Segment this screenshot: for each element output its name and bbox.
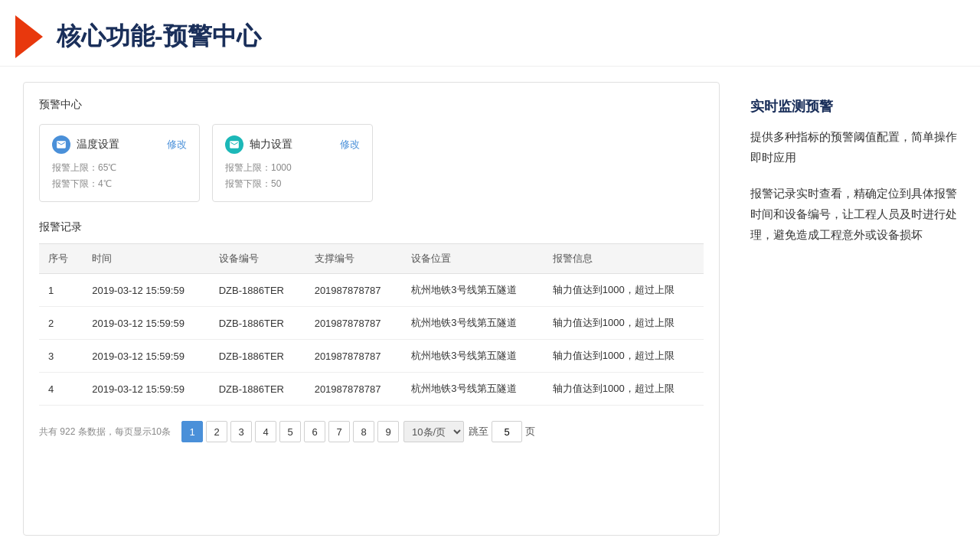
col-time: 时间 [83,244,210,274]
table-row: 42019-03-12 15:59:59DZB-1886TER201987878… [39,373,704,406]
cell-location: 杭州地铁3号线第五隧道 [402,340,543,373]
page-unit: 页 [525,425,535,439]
cell-device: DZB-1886TER [210,274,305,307]
page-btn-2[interactable]: 2 [206,421,227,442]
table-row: 32019-03-12 15:59:59DZB-1886TER201987878… [39,340,704,373]
cell-location: 杭州地铁3号线第五隧道 [402,274,543,307]
settings-cards: 温度设置 修改 报警上限：65℃ 报警下限：4℃ [39,124,704,202]
cell-alarm: 轴力值达到1000，超过上限 [544,274,704,307]
cell-seq: 4 [39,373,83,406]
cell-seq: 3 [39,340,83,373]
per-page-select[interactable]: 10条/页 [403,421,464,442]
cell-device: DZB-1886TER [210,373,305,406]
header-arrow-icon [15,15,43,58]
section-title: 预警中心 [39,98,704,112]
right-panel-desc2: 报警记录实时查看，精确定位到具体报警时间和设备编号，让工程人员及时进行处理，避免… [750,183,957,245]
goto-label: 跳至 [469,425,488,439]
cell-device: DZB-1886TER [210,340,305,373]
page-wrapper: 核心功能-预警中心 预警中心 温度设置 修改 [0,0,980,551]
temperature-card-title-group: 温度设置 [52,135,119,154]
cell-location: 杭州地铁3号线第五隧道 [402,307,543,340]
page-btn-8[interactable]: 8 [353,421,374,442]
right-panel-title: 实时监测预警 [750,97,957,116]
pagination-info: 共有 922 条数据，每页显示10条 [39,425,171,439]
col-device: 设备编号 [210,244,305,274]
pagination: 共有 922 条数据，每页显示10条 123456789 10条/页 跳至 页 [39,421,704,442]
cell-time: 2019-03-12 15:59:59 [83,274,210,307]
temperature-card-name: 温度设置 [77,138,119,152]
table-row: 12019-03-12 15:59:59DZB-1886TER201987878… [39,274,704,307]
col-seq: 序号 [39,244,83,274]
page-buttons: 123456789 [181,421,399,442]
page-btn-1[interactable]: 1 [181,421,203,442]
cell-seq: 2 [39,307,83,340]
col-support: 支撑编号 [305,244,403,274]
cell-support: 201987878787 [305,274,403,307]
force-card: 轴力设置 修改 报警上限：1000 报警下限：50 [212,124,373,202]
temperature-upper-limit: 报警上限：65℃ [52,161,187,174]
goto-input[interactable] [492,421,522,442]
force-edit-link[interactable]: 修改 [340,138,360,152]
cell-alarm: 轴力值达到1000，超过上限 [544,373,704,406]
page-btn-5[interactable]: 5 [279,421,301,442]
goto-group: 跳至 页 [469,421,535,442]
col-alarm: 报警信息 [544,244,704,274]
cell-time: 2019-03-12 15:59:59 [83,373,210,406]
cell-support: 201987878787 [305,373,403,406]
page-btn-4[interactable]: 4 [255,421,276,442]
cell-seq: 1 [39,274,83,307]
cell-alarm: 轴力值达到1000，超过上限 [544,307,704,340]
temperature-card: 温度设置 修改 报警上限：65℃ 报警下限：4℃ [39,124,200,202]
force-lower-limit: 报警下限：50 [225,178,360,191]
force-icon [225,135,243,154]
table-body: 12019-03-12 15:59:59DZB-1886TER201987878… [39,274,704,406]
temperature-edit-link[interactable]: 修改 [167,138,187,152]
table-row: 22019-03-12 15:59:59DZB-1886TER201987878… [39,307,704,340]
main-content: 预警中心 温度设置 修改 报警上限：65℃ [0,67,980,551]
temperature-icon [52,135,70,154]
alarm-table: 序号 时间 设备编号 支撑编号 设备位置 报警信息 12019-03-12 15… [39,243,704,406]
temperature-card-header: 温度设置 修改 [52,135,187,154]
page-btn-3[interactable]: 3 [230,421,252,442]
page-btn-9[interactable]: 9 [377,421,399,442]
cell-support: 201987878787 [305,340,403,373]
force-card-title-group: 轴力设置 [225,135,292,154]
force-card-name: 轴力设置 [250,138,292,152]
force-card-header: 轴力设置 修改 [225,135,360,154]
right-panel-desc1: 提供多种指标的预警阈值配置，简单操作即时应用 [750,126,957,168]
cell-support: 201987878787 [305,307,403,340]
cell-location: 杭州地铁3号线第五隧道 [402,373,543,406]
cell-alarm: 轴力值达到1000，超过上限 [544,340,704,373]
alarm-section-title: 报警记录 [39,220,704,234]
page-btn-7[interactable]: 7 [328,421,350,442]
temperature-lower-limit: 报警下限：4℃ [52,178,187,191]
cell-device: DZB-1886TER [210,307,305,340]
right-panel: 实时监测预警 提供多种指标的预警阈值配置，简单操作即时应用 报警记录实时查看，精… [743,82,957,536]
cell-time: 2019-03-12 15:59:59 [83,340,210,373]
table-header: 序号 时间 设备编号 支撑编号 设备位置 报警信息 [39,244,704,274]
page-btn-6[interactable]: 6 [304,421,325,442]
cell-time: 2019-03-12 15:59:59 [83,307,210,340]
page-header: 核心功能-预警中心 [0,0,980,67]
force-upper-limit: 报警上限：1000 [225,161,360,174]
page-title: 核心功能-预警中心 [57,20,261,54]
table-header-row: 序号 时间 设备编号 支撑编号 设备位置 报警信息 [39,244,704,274]
left-panel: 预警中心 温度设置 修改 报警上限：65℃ [23,82,720,536]
col-location: 设备位置 [402,244,543,274]
